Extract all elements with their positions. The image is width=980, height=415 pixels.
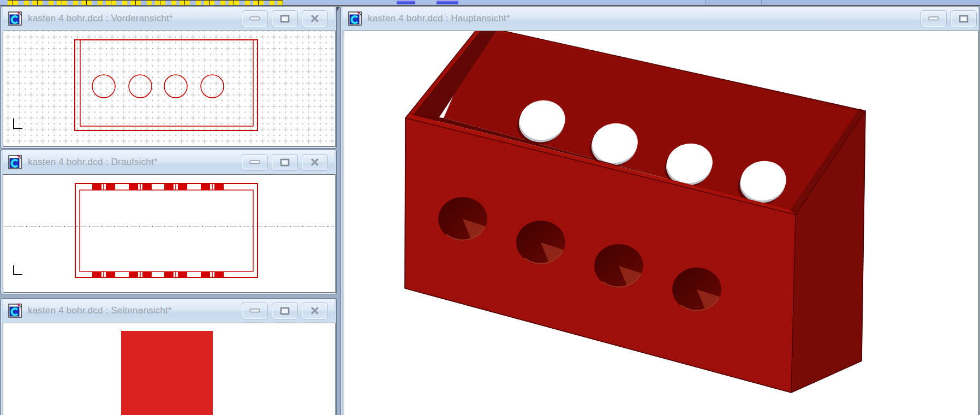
toolbar-right-section (705, 0, 980, 5)
close-button[interactable] (302, 303, 328, 319)
window-title: kasten 4 bohr.dcd : Draufsicht* (28, 157, 242, 168)
minimize-icon (249, 160, 260, 164)
maximize-icon (280, 158, 290, 167)
toolbar-clipped-strip (0, 0, 980, 5)
hole-hatch-bottom (92, 272, 224, 277)
window-hauptansicht[interactable]: kasten 4 bohr.dcd : Hauptansicht* (340, 6, 980, 415)
dcd-document-icon[interactable] (7, 303, 23, 319)
window-title: kasten 4 bohr.dcd : Vorderansicht* (28, 13, 242, 24)
top-view-drawing (3, 175, 335, 292)
maximize-icon (959, 15, 969, 23)
window-draufsicht[interactable]: kasten 4 bohr.dcd : Draufsicht* (1, 150, 337, 294)
toolbar-separator (705, 0, 706, 5)
window-title: kasten 4 bohr.dcd : Seitenansicht* (28, 305, 242, 316)
maximize-icon (280, 307, 290, 315)
front-view-canvas[interactable] (3, 31, 336, 147)
maximize-button[interactable] (272, 154, 298, 171)
minimize-icon (928, 16, 939, 21)
minimize-button[interactable] (921, 10, 947, 27)
titlebar-seitenansicht[interactable]: kasten 4 bohr.dcd : Seitenansicht* (3, 299, 334, 323)
dcd-document-icon[interactable] (7, 10, 23, 27)
toolbar-accent-icon (437, 1, 458, 4)
window-vorderansicht[interactable]: kasten 4 bohr.dcd : Vorderansicht* (1, 6, 337, 149)
minimize-icon (249, 16, 260, 21)
minimize-icon (249, 309, 260, 313)
dcd-document-icon[interactable] (347, 10, 363, 27)
front-view-drawing (3, 31, 335, 146)
titlebar-vorderansicht[interactable]: kasten 4 bohr.dcd : Vorderansicht* (3, 7, 334, 31)
window-seitenansicht[interactable]: kasten 4 bohr.dcd : Seitenansicht* (1, 298, 337, 415)
maximize-button[interactable] (272, 303, 298, 319)
hole-center-ticks-bottom (104, 271, 212, 277)
origin-axis-marker (14, 265, 22, 275)
toolbar-accent-icon (397, 1, 415, 4)
close-icon (310, 306, 320, 315)
hole-hatch-top (92, 184, 224, 190)
cad-application: { "app": { "document_name": "kasten 4 bo… (0, 0, 980, 415)
close-button[interactable] (302, 10, 328, 27)
toolbar-yellow-icons-clipped (8, 0, 283, 5)
minimize-button[interactable] (242, 10, 268, 27)
side-view-solid-rect (121, 331, 213, 415)
titlebar-hauptansicht[interactable]: kasten 4 bohr.dcd : Hauptansicht* (343, 7, 978, 31)
close-button[interactable] (302, 154, 328, 171)
close-icon (310, 14, 320, 23)
maximize-icon (280, 15, 290, 23)
side-view-drawing (3, 323, 335, 415)
maximize-button[interactable] (951, 10, 977, 27)
minimize-button[interactable] (242, 303, 268, 319)
titlebar-draufsicht[interactable]: kasten 4 bohr.dcd : Draufsicht* (3, 150, 334, 174)
shaded-3d-box (343, 31, 978, 415)
toolbar-separator (761, 0, 762, 5)
top-view-canvas[interactable] (3, 174, 336, 293)
close-icon (310, 158, 320, 167)
hole-center-ticks-top (104, 183, 212, 190)
viewport-edge (343, 31, 344, 415)
side-view-canvas[interactable] (3, 323, 336, 415)
dcd-document-icon[interactable] (7, 154, 23, 170)
minimize-button[interactable] (242, 154, 268, 171)
main-view-3d-canvas[interactable] (343, 31, 979, 415)
maximize-button[interactable] (272, 10, 298, 27)
window-title: kasten 4 bohr.dcd : Hauptansicht* (368, 13, 921, 24)
